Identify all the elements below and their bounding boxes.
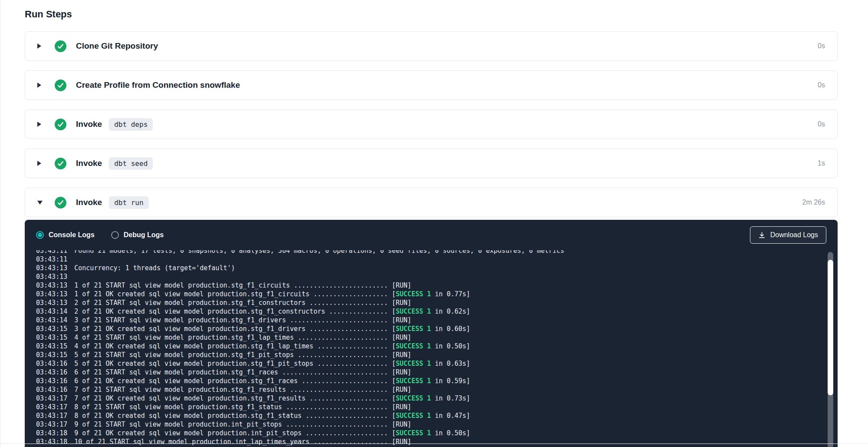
- expand-caret-icon[interactable]: [37, 43, 44, 49]
- log-timestamp: 03:43:17: [36, 411, 67, 420]
- step-duration: 2m 26s: [802, 199, 825, 206]
- log-timestamp: 03:43:15: [36, 351, 67, 359]
- log-message: 3 of 21 START sql view model production.…: [74, 316, 411, 324]
- log-timestamp: 03:43:13: [36, 264, 67, 272]
- console-log-line: 03:43:13 1 of 21 START sql view model pr…: [36, 281, 820, 290]
- console-logs-radio[interactable]: Console Logs: [36, 231, 95, 239]
- step-command-chip: dbt seed: [109, 157, 153, 170]
- debug-logs-label: Debug Logs: [124, 231, 164, 239]
- log-timestamp: 03:43:18: [36, 437, 67, 446]
- success-check-icon: [55, 197, 66, 209]
- log-view-toggle: Console Logs Debug Logs: [36, 231, 164, 239]
- console-log-line: 03:43:17 8 of 21 START sql view model pr…: [36, 403, 820, 411]
- log-timestamp: 03:43:16: [36, 385, 67, 394]
- log-message: 4 of 21 START sql view model production.…: [74, 333, 411, 342]
- log-timestamp: 03:43:11: [36, 255, 67, 264]
- log-message: 4 of 21 OK created sql view model produc…: [74, 342, 470, 351]
- step-command-chip: dbt deps: [109, 118, 153, 131]
- console-log-line: 03:43:16 5 of 21 OK created sql view mod…: [36, 359, 820, 368]
- console-panel: Console Logs Debug Logs Download Logs: [25, 220, 838, 447]
- success-check-icon: [55, 79, 66, 91]
- expand-caret-icon[interactable]: [37, 122, 44, 127]
- console-log-line: 03:43:13 2 of 21 START sql view model pr…: [36, 298, 820, 307]
- step-command-chip: dbt run: [109, 196, 148, 209]
- log-message: 5 of 21 OK created sql view model produc…: [74, 359, 470, 368]
- log-timestamp: 03:43:16: [36, 377, 67, 385]
- log-message: 7 of 21 OK created sql view model produc…: [74, 394, 470, 403]
- run-step-row[interactable]: Invoke dbt seed 1s: [25, 149, 838, 178]
- log-timestamp: 03:43:14: [36, 307, 67, 316]
- success-check-icon: [55, 119, 66, 130]
- console-scrollbar-thumb[interactable]: [828, 260, 833, 395]
- radio-button-icon[interactable]: [111, 231, 119, 239]
- log-timestamp: 03:43:11: [36, 250, 67, 255]
- log-timestamp: 03:43:17: [36, 394, 67, 403]
- log-timestamp: 03:43:17: [36, 420, 67, 429]
- console-scrollbar[interactable]: [828, 252, 833, 447]
- expand-caret-icon[interactable]: [37, 83, 44, 88]
- log-timestamp: 03:43:13: [36, 281, 67, 290]
- log-message: 6 of 21 OK created sql view model produc…: [74, 377, 470, 385]
- step-duration: 0s: [818, 81, 825, 89]
- log-message: 8 of 21 START sql view model production.…: [74, 403, 411, 411]
- console-log-content: 03:43:11 Found 21 models, 17 tests, 0 sn…: [36, 250, 820, 447]
- step-duration: 0s: [818, 42, 825, 50]
- download-logs-button[interactable]: Download Logs: [750, 226, 826, 244]
- log-message: 2 of 21 OK created sql view model produc…: [74, 307, 470, 316]
- run-step-row[interactable]: Clone Git Repository 0s: [25, 31, 838, 61]
- log-message: Concurrency: 1 threads (target='default'…: [74, 264, 235, 272]
- console-log-line: 03:43:16 7 of 21 START sql view model pr…: [36, 385, 820, 394]
- run-step-row[interactable]: Invoke dbt run 2m 26s: [25, 188, 838, 217]
- log-timestamp: 03:43:15: [36, 324, 67, 333]
- success-check-icon: [55, 40, 66, 52]
- log-timestamp: 03:43:16: [36, 359, 67, 368]
- console-log-line: 03:43:18 10 of 21 START sql view model p…: [36, 437, 820, 446]
- log-timestamp: 03:43:15: [36, 342, 67, 351]
- debug-logs-radio[interactable]: Debug Logs: [111, 231, 164, 239]
- log-message: 10 of 21 START sql view model production…: [74, 437, 411, 446]
- console-log-line: 03:43:18 9 of 21 OK created sql view mod…: [36, 429, 820, 437]
- run-step-row[interactable]: Invoke dbt deps 0s: [25, 109, 838, 139]
- console-log-viewport[interactable]: 03:43:11 Found 21 models, 17 tests, 0 sn…: [25, 250, 838, 447]
- log-timestamp: 03:43:14: [36, 316, 67, 324]
- log-timestamp: 03:43:18: [36, 429, 67, 437]
- radio-button-icon[interactable]: [36, 231, 44, 239]
- success-check-icon: [55, 158, 66, 169]
- bottom-divider: [0, 444, 868, 444]
- log-message: 2 of 21 START sql view model production.…: [74, 298, 411, 307]
- log-message: 5 of 21 START sql view model production.…: [74, 351, 411, 359]
- console-log-line: 03:43:13 Concurrency: 1 threads (target=…: [36, 264, 820, 272]
- log-message: 9 of 21 START sql view model production.…: [74, 420, 411, 429]
- step-label: Create Profile from Connection snowflake: [76, 80, 240, 90]
- console-log-line: 03:43:17 8 of 21 OK created sql view mod…: [36, 411, 820, 420]
- console-log-line: 03:43:15 4 of 21 OK created sql view mod…: [36, 342, 820, 351]
- download-icon: [758, 232, 766, 239]
- log-timestamp: 03:43:15: [36, 333, 67, 342]
- console-logs-label: Console Logs: [49, 231, 95, 239]
- log-timestamp: 03:43:13: [36, 272, 67, 281]
- step-duration: 0s: [818, 120, 825, 128]
- log-message: 3 of 21 OK created sql view model produc…: [74, 324, 470, 333]
- log-message: 9 of 21 OK created sql view model produc…: [74, 429, 470, 437]
- step-label: Invoke: [76, 198, 102, 207]
- step-label: Invoke: [76, 119, 102, 129]
- console-log-line: 03:43:13 1 of 21 OK created sql view mod…: [36, 290, 820, 298]
- console-header: Console Logs Debug Logs Download Logs: [25, 220, 838, 250]
- log-timestamp: 03:43:17: [36, 403, 67, 411]
- log-message: Found 21 models, 17 tests, 0 snapshots, …: [74, 250, 564, 255]
- console-log-line: 03:43:16 6 of 21 START sql view model pr…: [36, 368, 820, 377]
- expand-caret-icon[interactable]: [37, 161, 44, 166]
- console-log-line: 03:43:17 9 of 21 START sql view model pr…: [36, 420, 820, 429]
- step-label: Invoke: [76, 159, 102, 168]
- console-log-line: 03:43:15 4 of 21 START sql view model pr…: [36, 333, 820, 342]
- step-duration: 1s: [818, 159, 825, 167]
- console-log-line: 03:43:15 3 of 21 OK created sql view mod…: [36, 324, 820, 333]
- run-step-row[interactable]: Create Profile from Connection snowflake…: [25, 70, 838, 100]
- expand-caret-icon[interactable]: [37, 201, 44, 205]
- console-log-line: 03:43:15 5 of 21 START sql view model pr…: [36, 351, 820, 359]
- log-message: 7 of 21 START sql view model production.…: [74, 385, 411, 394]
- log-message: 1 of 21 START sql view model production.…: [74, 281, 411, 290]
- console-log-line: 03:43:11 Found 21 models, 17 tests, 0 sn…: [36, 250, 820, 255]
- page-title: Run Steps: [25, 9, 838, 20]
- console-log-line: 03:43:11: [36, 255, 820, 264]
